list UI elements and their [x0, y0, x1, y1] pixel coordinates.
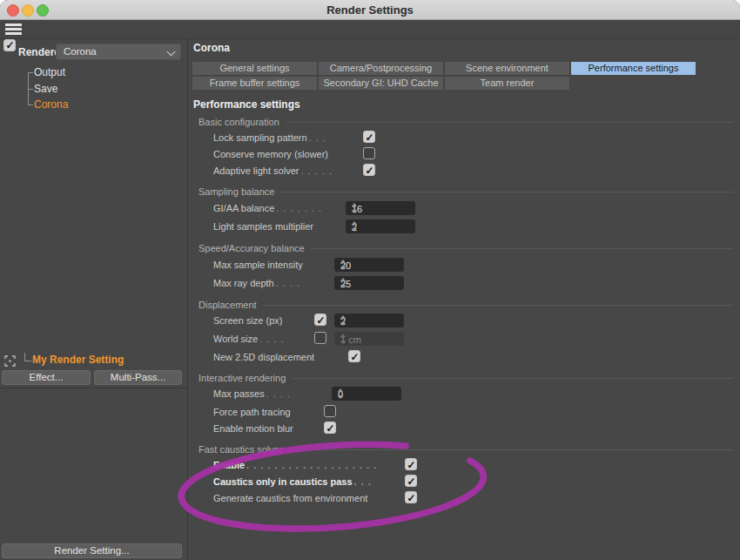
- caustics-from-environment-checkbox[interactable]: [405, 491, 417, 503]
- section-interactive-rendering: Interactive rendering: [198, 372, 733, 384]
- section-basic-configuration: Basic configuration: [198, 116, 733, 128]
- titlebar: Render Settings: [0, 0, 740, 20]
- max-ray-depth-field[interactable]: 25: [334, 276, 404, 290]
- max-passes-field[interactable]: 0: [332, 387, 401, 401]
- setting-force-path-tracing: Force path tracing: [213, 405, 733, 420]
- caustics-enable-checkbox[interactable]: [405, 458, 417, 470]
- adaptive-light-solver-checkbox[interactable]: [363, 164, 375, 176]
- setting-world-size: World size. . . . 1 cm: [213, 332, 733, 347]
- caustics-only-pass-checkbox[interactable]: [405, 475, 417, 487]
- new-25d-displacement-checkbox[interactable]: [348, 350, 360, 362]
- setting-light-samples-multiplier: Light samples multiplier 2: [213, 219, 733, 234]
- tab-general-settings[interactable]: General settings: [192, 61, 318, 76]
- screen-size-field[interactable]: 2: [334, 314, 404, 327]
- lock-sampling-pattern-checkbox[interactable]: [363, 131, 375, 143]
- effect-button[interactable]: Effect...: [2, 370, 91, 385]
- light-samples-multiplier-field[interactable]: 2: [346, 219, 415, 233]
- setting-giaa-balance: GI/AA balance. . . . . . . 16: [213, 201, 733, 216]
- setting-max-passes: Max passes. . . . 0: [213, 387, 733, 401]
- stepper-icon[interactable]: [340, 315, 346, 326]
- tab-team-render[interactable]: Team render: [444, 76, 570, 91]
- page-heading: Performance settings: [193, 98, 300, 111]
- tab-frame-buffer-settings[interactable]: Frame buffer settings: [192, 76, 318, 91]
- stepper-icon: [340, 334, 346, 344]
- sidebar-item-save[interactable]: Save: [34, 83, 57, 95]
- setting-lock-sampling-pattern: Lock sampling pattern. . .: [213, 131, 733, 145]
- multi-pass-button[interactable]: Multi-Pass...: [94, 370, 182, 385]
- tab-secondary-gi-uhd-cache[interactable]: Secondary GI: UHD Cache: [318, 76, 444, 91]
- sidebar-item-output[interactable]: Output: [34, 66, 65, 78]
- render-settings-window: Render Settings Renderer Corona Output S…: [0, 0, 740, 560]
- save-enabled-checkbox[interactable]: [3, 39, 16, 51]
- setting-conserve-memory: Conserve memory (slower): [213, 147, 733, 162]
- render-setting-button[interactable]: Render Setting...: [2, 543, 182, 558]
- enable-motion-blur-checkbox[interactable]: [324, 422, 336, 434]
- panel-title: Corona: [193, 42, 230, 54]
- stepper-icon[interactable]: [352, 221, 358, 232]
- window-title: Render Settings: [0, 3, 740, 17]
- stepper-icon[interactable]: [338, 388, 344, 399]
- chevron-down-icon: [167, 48, 176, 57]
- setting-adaptive-light-solver: Adaptive light solver. . . . .: [213, 164, 733, 179]
- tree-corner-line: [24, 353, 31, 361]
- section-speed-accuracy: Speed/Accuracy balance: [198, 242, 733, 254]
- setting-new-25d-displacement: New 2.5D displacement: [213, 350, 733, 365]
- giaa-balance-field[interactable]: 16: [346, 201, 415, 215]
- sidebar-item-my-render-setting[interactable]: My Render Setting: [32, 354, 124, 366]
- toolbar: [0, 20, 740, 39]
- divider: [0, 388, 187, 388]
- setting-caustics-only-pass: Caustics only in caustics pass. . .: [213, 475, 733, 489]
- setting-caustics-enable: Enable. . . . . . . . . . . . . . . . . …: [213, 458, 733, 473]
- section-displacement: Displacement: [198, 299, 733, 311]
- renderer-dropdown-value: Corona: [64, 46, 97, 57]
- setting-caustics-from-environment: Generate caustics from environment: [213, 491, 733, 506]
- setting-screen-size: Screen size (px) 2: [213, 314, 733, 328]
- setting-max-ray-depth: Max ray depth. . . . 25: [213, 276, 733, 291]
- renderer-dropdown[interactable]: Corona: [56, 44, 181, 60]
- screen-size-checkbox[interactable]: [314, 314, 326, 326]
- sidebar-item-corona[interactable]: Corona: [34, 98, 68, 111]
- max-sample-intensity-field[interactable]: 20: [334, 258, 404, 272]
- tab-camera-postprocessing[interactable]: Camera/Postprocessing: [318, 61, 444, 76]
- world-size-checkbox[interactable]: [314, 332, 326, 344]
- stepper-icon[interactable]: [340, 260, 346, 270]
- tab-performance-settings[interactable]: Performance settings: [570, 61, 696, 76]
- world-size-field: 1 cm: [334, 332, 404, 346]
- section-sampling-balance: Sampling balance: [198, 186, 733, 198]
- tab-scene-environment[interactable]: Scene environment: [444, 61, 570, 76]
- setting-max-sample-intensity: Max sample intensity 20: [213, 258, 733, 273]
- menu-icon[interactable]: [5, 24, 22, 35]
- force-path-tracing-checkbox[interactable]: [324, 405, 336, 417]
- sidebar: Renderer Corona Output Save Corona Effec…: [0, 39, 187, 560]
- section-fast-caustics-solver: Fast caustics solver: [198, 443, 733, 455]
- main-panel: Corona General settings Camera/Postproce…: [188, 39, 740, 560]
- stepper-icon[interactable]: [352, 203, 358, 213]
- stepper-icon[interactable]: [340, 278, 346, 288]
- render-setting-icon: [4, 355, 16, 367]
- setting-enable-motion-blur: Enable motion blur: [213, 422, 733, 436]
- tab-bar: General settings Camera/Postprocessing S…: [192, 61, 696, 91]
- conserve-memory-checkbox[interactable]: [363, 147, 375, 159]
